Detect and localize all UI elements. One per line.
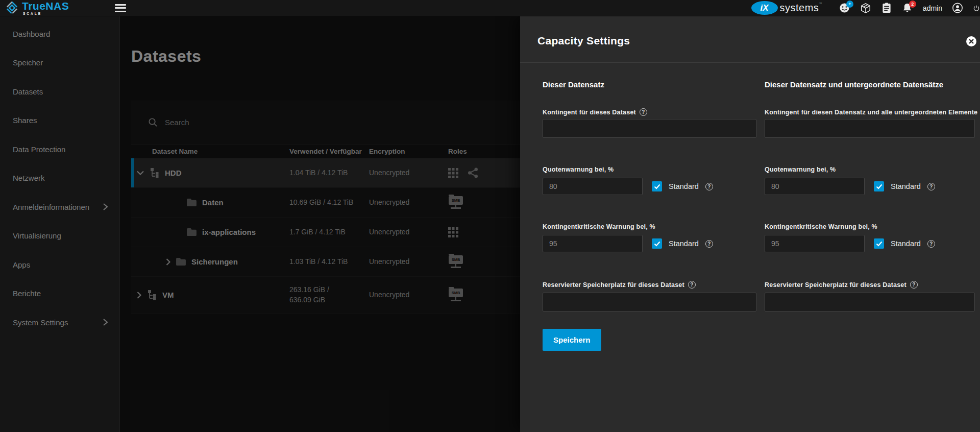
person-circle-icon: [952, 2, 963, 14]
reserved-space-label: Reservierter Speicherplatz für dieses Da…: [543, 281, 696, 289]
directory-services-icon[interactable]: +: [839, 3, 850, 14]
alerts-badge: 2: [909, 1, 916, 8]
reserved-space-input[interactable]: [765, 293, 975, 311]
help-icon[interactable]: [705, 240, 713, 248]
dataset-used: 1.04 TiB / 4.12 TiB: [289, 168, 369, 178]
help-icon[interactable]: [927, 240, 935, 248]
capacity-settings-dialog: Capacity Settings Dieser Datensatz Konti…: [520, 16, 980, 432]
sidebar-item-system-settings[interactable]: System Settings: [0, 308, 119, 337]
dialog-divider: [520, 62, 980, 63]
smb-share-icon[interactable]: SMB: [448, 255, 463, 269]
column-header-roles: Roles: [448, 148, 520, 155]
quota-critical-label: Kontingentkritische Warnung bei, %: [543, 223, 655, 230]
checkbox-checked[interactable]: [874, 238, 884, 249]
chevron-right-icon[interactable]: [137, 292, 141, 299]
apps-grid-icon[interactable]: [448, 227, 458, 237]
save-button[interactable]: Speichern: [543, 329, 601, 351]
jobs-icon[interactable]: [881, 3, 892, 14]
dataset-row-vm[interactable]: VM 263.16 GiB / 636.09 GiB Unencrypted S…: [131, 277, 520, 314]
dataset-row-daten[interactable]: Daten 10.69 GiB / 4.12 TiB Unencrypted S…: [131, 188, 520, 218]
reserved-space-input[interactable]: [543, 293, 756, 311]
directory-badge: +: [846, 1, 853, 8]
dataset-used: 1.7 GiB / 4.12 TiB: [289, 227, 369, 237]
quota-label: Kontingent für dieses Dataset: [543, 108, 647, 116]
quota-critical-default: Standard: [874, 238, 935, 249]
sidebar-item-speicher[interactable]: Speicher: [0, 49, 119, 78]
datasets-table-card: Dataset Name Verwendet / Verfügbar Encry…: [131, 101, 520, 314]
quota-warning-input[interactable]: [765, 178, 865, 195]
dataset-row-hdd[interactable]: HDD 1.04 TiB / 4.12 TiB Unencrypted: [131, 158, 520, 188]
help-icon[interactable]: [640, 108, 647, 116]
dataset-roles: SMB: [448, 255, 520, 269]
sidebar-item-dashboard[interactable]: Dashboard: [0, 19, 119, 49]
sidebar-item-data-protection[interactable]: Data Protection: [0, 135, 119, 164]
dataset-tree-icon: [146, 290, 157, 300]
chevron-right-icon[interactable]: [166, 258, 170, 266]
sidebar-item-apps[interactable]: Apps: [0, 250, 119, 279]
share-icon[interactable]: [468, 167, 478, 178]
help-icon[interactable]: [927, 183, 935, 190]
power-icon[interactable]: [973, 3, 980, 14]
chevron-down-icon[interactable]: [137, 171, 144, 175]
quota-warning-label: Quotenwarnung bei, %: [765, 166, 836, 173]
dataset-row-sicherungen[interactable]: Sicherungen 1.03 TiB / 4.12 TiB Unencryp…: [131, 247, 520, 277]
sidebar-item-shares[interactable]: Shares: [0, 106, 119, 135]
admin-username: admin: [923, 4, 942, 12]
checkbox-checked[interactable]: [652, 181, 662, 191]
help-icon[interactable]: [688, 281, 696, 289]
chevron-right-icon: [103, 319, 108, 326]
smb-share-icon[interactable]: SMB: [448, 289, 463, 302]
dataset-encryption: Unencrypted: [369, 168, 448, 178]
topbar-actions: iX systems™ +: [751, 1, 980, 15]
chevron-right-icon: [103, 203, 108, 210]
column-header-encryption: Encryption: [369, 148, 448, 155]
help-icon[interactable]: [705, 183, 713, 190]
truenas-logo[interactable]: TrueNAS SCALE: [5, 1, 115, 16]
help-icon[interactable]: [910, 281, 918, 289]
cube-icon: [860, 3, 871, 14]
search-input[interactable]: [165, 118, 318, 127]
dataset-tree-icon: [149, 167, 160, 178]
brand-name: TrueNAS: [22, 1, 69, 11]
dataset-roles: [448, 227, 520, 237]
column-header: Dieser Datensatz: [543, 80, 604, 89]
quota-critical-input[interactable]: [543, 235, 643, 252]
top-bar: TrueNAS SCALE iX systems™ +: [0, 0, 980, 16]
smb-share-icon[interactable]: SMB: [448, 196, 463, 209]
datasets-page: Datasets Dataset Name Verwendet / Verfüg…: [120, 16, 520, 432]
sidebar-item-berichte[interactable]: Berichte: [0, 279, 119, 308]
close-icon[interactable]: [966, 36, 977, 47]
dataset-roles: SMB: [448, 196, 520, 209]
quota-input[interactable]: [543, 119, 756, 138]
table-toolbar: [131, 101, 520, 145]
sidebar-item-virtualisierung[interactable]: Virtualisierung: [0, 222, 119, 251]
apps-grid-icon[interactable]: [448, 168, 458, 178]
dataset-encryption: Unencrypted: [369, 227, 448, 237]
folder-icon: [186, 228, 197, 236]
quota-warning-input[interactable]: [543, 178, 643, 195]
quota-warning-label: Quotenwarnung bei, %: [543, 166, 614, 173]
column-header-used: Verwendet / Verfügbar: [289, 148, 369, 155]
page-title: Datasets: [131, 47, 201, 66]
dataset-used: 1.03 TiB / 4.12 TiB: [289, 257, 369, 267]
sidebar-item-anmeldeinformationen[interactable]: Anmeldeinformationen: [0, 193, 119, 222]
reserved-space-label: Reservierter Speicherplatz für dieses Da…: [765, 281, 918, 289]
menu-toggle-icon[interactable]: [115, 4, 126, 12]
folder-icon: [186, 198, 197, 207]
truecommand-icon[interactable]: [860, 3, 871, 14]
dataset-row-ix-applications[interactable]: ix-applications 1.7 GiB / 4.12 TiB Unenc…: [131, 218, 520, 247]
checkbox-checked[interactable]: [874, 181, 884, 191]
user-menu-icon[interactable]: [952, 3, 963, 14]
quota-critical-input[interactable]: [765, 235, 865, 252]
alerts-icon[interactable]: 2: [902, 3, 913, 14]
dataset-name: Daten: [202, 198, 224, 207]
sidebar-item-netzwerk[interactable]: Netzwerk: [0, 164, 119, 193]
checkbox-checked[interactable]: [652, 238, 662, 249]
quota-critical-label: Kontingentkritische Warnung bei, %: [765, 223, 877, 230]
dataset-used: 263.16 GiB / 636.09 GiB: [289, 285, 369, 305]
truenas-app: TrueNAS SCALE iX systems™ +: [0, 0, 980, 432]
sidebar-item-datasets[interactable]: Datasets: [0, 77, 119, 106]
quota-warning-default: Standard: [652, 181, 713, 191]
table-header-row: Dataset Name Verwendet / Verfügbar Encry…: [131, 145, 520, 158]
quota-input[interactable]: [765, 119, 975, 138]
